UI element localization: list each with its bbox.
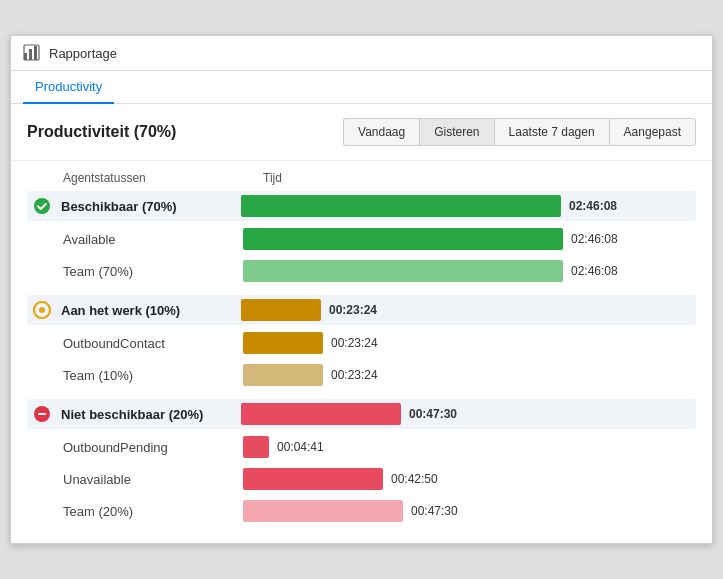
subrow-label-working-2: Team (10%) (63, 368, 243, 383)
group-header-working: Aan het werk (10%) 00:23:24 (27, 295, 696, 325)
column-headers: Agentstatussen Tijd (27, 161, 696, 191)
subrow-unavailable-3: Team (20%) 00:47:30 (27, 495, 696, 527)
subbar-available-1 (243, 228, 563, 250)
subtime-unavailable-1: 00:04:41 (277, 440, 324, 454)
col-header-status: Agentstatussen (63, 171, 263, 185)
time-available: 02:46:08 (569, 199, 617, 213)
svg-point-6 (39, 307, 45, 313)
tab-productivity[interactable]: Productivity (23, 71, 114, 104)
period-buttons: Vandaag Gisteren Laatste 7 dagen Aangepa… (343, 118, 696, 146)
subrow-label-available-2: Team (70%) (63, 264, 243, 279)
title-bar: Rapportage (11, 36, 712, 71)
group-label-available: Beschikbaar (70%) (61, 199, 241, 214)
svg-point-4 (34, 198, 50, 214)
bar-area-working: 00:23:24 (241, 299, 696, 321)
subrow-label-unavailable-2: Unavailable (63, 472, 243, 487)
svg-rect-1 (29, 49, 32, 60)
subtime-working-2: 00:23:24 (331, 368, 378, 382)
main-window: Rapportage Productivity Productiviteit (… (10, 35, 713, 544)
subbar-working-2 (243, 364, 323, 386)
subbar-area-unavailable-3: 00:47:30 (243, 500, 696, 522)
bar-chart-icon (23, 44, 41, 62)
group-label-unavailable: Niet beschikbaar (20%) (61, 407, 241, 422)
bar-working (241, 299, 321, 321)
subrow-available-2: Team (70%) 02:46:08 (27, 255, 696, 287)
subbar-area-available-2: 02:46:08 (243, 260, 696, 282)
subrow-label-working-1: OutboundContact (63, 336, 243, 351)
bar-area-available: 02:46:08 (241, 195, 696, 217)
subtime-available-1: 02:46:08 (571, 232, 618, 246)
subbar-area-working-2: 00:23:24 (243, 364, 696, 386)
main-content: Productiviteit (70%) Vandaag Gisteren La… (11, 104, 712, 543)
icon-working (31, 299, 53, 321)
subrow-unavailable-1: OutboundPending 00:04:41 (27, 431, 696, 463)
col-header-time: Tijd (263, 171, 696, 185)
subbar-unavailable-2 (243, 468, 383, 490)
period-btn-vandaag[interactable]: Vandaag (343, 118, 419, 146)
time-working: 00:23:24 (329, 303, 377, 317)
subrow-label-unavailable-1: OutboundPending (63, 440, 243, 455)
page-title: Productiviteit (70%) (27, 123, 176, 141)
period-btn-gisteren[interactable]: Gisteren (419, 118, 493, 146)
subbar-working-1 (243, 332, 323, 354)
group-working: Aan het werk (10%) 00:23:24 OutboundCont… (27, 295, 696, 391)
bar-area-unavailable: 00:47:30 (241, 403, 696, 425)
subrow-available-1: Available 02:46:08 (27, 223, 696, 255)
subtime-working-1: 00:23:24 (331, 336, 378, 350)
subbar-area-working-1: 00:23:24 (243, 332, 696, 354)
header-row: Productiviteit (70%) Vandaag Gisteren La… (11, 104, 712, 161)
icon-available (31, 195, 53, 217)
subbar-area-available-1: 02:46:08 (243, 228, 696, 250)
subtime-unavailable-3: 00:47:30 (411, 504, 458, 518)
group-available: Beschikbaar (70%) 02:46:08 Available 02:… (27, 191, 696, 287)
subbar-area-unavailable-2: 00:42:50 (243, 468, 696, 490)
subtime-unavailable-2: 00:42:50 (391, 472, 438, 486)
subrow-label-unavailable-3: Team (20%) (63, 504, 243, 519)
subrow-working-2: Team (10%) 00:23:24 (27, 359, 696, 391)
group-label-working: Aan het werk (10%) (61, 303, 241, 318)
title-bar-text: Rapportage (49, 46, 117, 61)
group-unavailable: Niet beschikbaar (20%) 00:47:30 Outbound… (27, 399, 696, 527)
svg-rect-8 (38, 413, 46, 415)
period-btn-aangepast[interactable]: Aangepast (609, 118, 696, 146)
subbar-unavailable-3 (243, 500, 403, 522)
group-header-available: Beschikbaar (70%) 02:46:08 (27, 191, 696, 221)
period-btn-7dagen[interactable]: Laatste 7 dagen (494, 118, 609, 146)
subbar-available-2 (243, 260, 563, 282)
subtime-available-2: 02:46:08 (571, 264, 618, 278)
svg-rect-2 (34, 46, 37, 60)
subrow-working-1: OutboundContact 00:23:24 (27, 327, 696, 359)
bar-available (241, 195, 561, 217)
subbar-unavailable-1 (243, 436, 269, 458)
subrow-label-available-1: Available (63, 232, 243, 247)
subrow-unavailable-2: Unavailable 00:42:50 (27, 463, 696, 495)
tab-bar: Productivity (11, 71, 712, 104)
table-area: Agentstatussen Tijd Beschikbaar (70%) (11, 161, 712, 543)
group-header-unavailable: Niet beschikbaar (20%) 00:47:30 (27, 399, 696, 429)
icon-unavailable (31, 403, 53, 425)
subbar-area-unavailable-1: 00:04:41 (243, 436, 696, 458)
bar-unavailable (241, 403, 401, 425)
time-unavailable: 00:47:30 (409, 407, 457, 421)
